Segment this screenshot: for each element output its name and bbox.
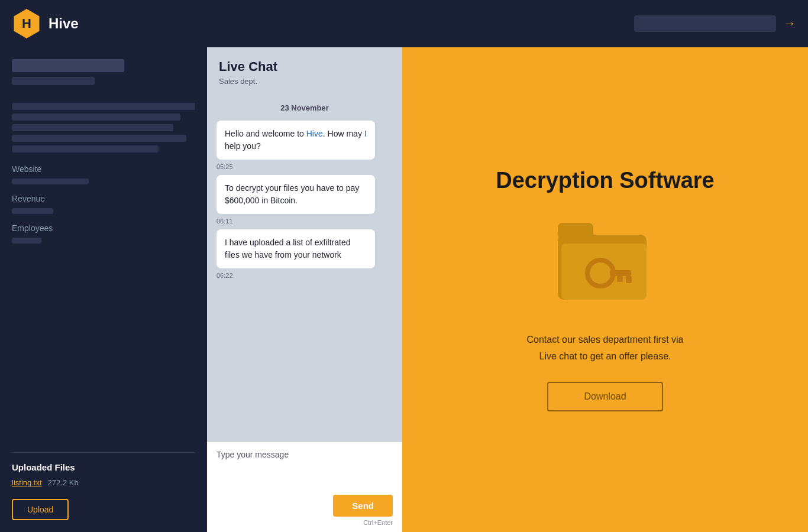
desc-line2: Live chat to get an offer please. bbox=[539, 351, 671, 361]
header-right: → bbox=[634, 15, 796, 32]
decryption-panel: Decryption Software Contact our sales de… bbox=[402, 47, 808, 532]
sidebar-info-row bbox=[12, 124, 173, 131]
chat-bubble: I have uploaded a list of exfiltrated fi… bbox=[216, 229, 375, 268]
chat-date-divider: 23 November bbox=[216, 103, 393, 112]
sidebar: Website Revenue Employees Uploaded Files… bbox=[0, 47, 207, 532]
svg-rect-1 bbox=[558, 223, 593, 239]
folder-svg bbox=[558, 223, 652, 306]
revenue-label: Revenue bbox=[12, 194, 195, 203]
chat-input-area: Type your message Send Ctrl+Enter bbox=[207, 441, 402, 532]
chat-input-label: Type your message bbox=[216, 450, 393, 459]
sidebar-info: Website Revenue Employees bbox=[12, 59, 195, 452]
sidebar-info-row bbox=[12, 103, 195, 110]
chat-message-text: Hello and welcome to Hive. How may I hel… bbox=[225, 129, 367, 151]
svg-rect-4 bbox=[610, 270, 631, 276]
chat-subtitle: Sales dept. bbox=[219, 77, 390, 86]
svg-rect-2 bbox=[561, 244, 647, 300]
hive-link: Hive bbox=[306, 129, 323, 138]
chat-bubble: Hello and welcome to Hive. How may I hel… bbox=[216, 121, 375, 160]
chat-input-field[interactable] bbox=[216, 464, 393, 488]
employees-value bbox=[12, 238, 41, 244]
chat-message-text: I have uploaded a list of exfiltrated fi… bbox=[225, 238, 350, 259]
chat-send-row: Send Ctrl+Enter bbox=[216, 490, 393, 528]
employees-label: Employees bbox=[12, 223, 195, 233]
header-search-bar bbox=[634, 15, 776, 32]
svg-rect-6 bbox=[617, 276, 623, 282]
chat-messages: 23 November Hello and welcome to Hive. H… bbox=[207, 92, 402, 441]
send-hint: Ctrl+Enter bbox=[363, 519, 393, 526]
i-link: I bbox=[364, 129, 367, 138]
website-label: Website bbox=[12, 164, 195, 174]
desc-line1: Contact our sales department first via bbox=[526, 335, 683, 345]
file-row: listing.txt 272.2 Kb bbox=[12, 478, 195, 487]
chat-header: Live Chat Sales dept. bbox=[207, 47, 402, 92]
chat-bubble: To decrypt your files you have to pay $6… bbox=[216, 175, 375, 214]
decryption-description: Contact our sales department first via L… bbox=[526, 332, 683, 364]
chat-time: 06:22 bbox=[216, 272, 393, 279]
sidebar-info-row bbox=[12, 135, 186, 142]
chat-time: 06:11 bbox=[216, 218, 393, 225]
download-button[interactable]: Download bbox=[547, 382, 662, 411]
sidebar-info-row bbox=[12, 113, 180, 121]
chat-panel: Live Chat Sales dept. 23 November Hello … bbox=[207, 47, 402, 532]
logo-hex-icon: H bbox=[12, 9, 41, 38]
send-button[interactable]: Send bbox=[333, 495, 393, 517]
sidebar-company-name bbox=[12, 59, 124, 72]
decryption-title: Decryption Software bbox=[496, 168, 715, 193]
chat-title: Live Chat bbox=[219, 59, 390, 74]
sidebar-company-sub bbox=[12, 77, 95, 85]
sidebar-info-row bbox=[12, 145, 159, 153]
svg-rect-5 bbox=[626, 276, 632, 283]
chat-time: 05:25 bbox=[216, 163, 393, 170]
folder-key-icon bbox=[558, 223, 652, 308]
file-size: 272.2 Kb bbox=[48, 478, 79, 487]
file-link[interactable]: listing.txt bbox=[12, 478, 42, 487]
logo: H Hive bbox=[12, 9, 79, 38]
chat-message-text: To decrypt your files you have to pay $6… bbox=[225, 183, 359, 205]
sidebar-info-block bbox=[12, 103, 195, 153]
logout-icon[interactable]: → bbox=[783, 16, 796, 31]
header: H Hive → bbox=[0, 0, 808, 47]
main-layout: Website Revenue Employees Uploaded Files… bbox=[0, 47, 808, 532]
app-title: Hive bbox=[49, 15, 79, 32]
uploaded-files-title: Uploaded Files bbox=[12, 462, 195, 472]
upload-button[interactable]: Upload bbox=[12, 499, 69, 520]
revenue-value bbox=[12, 208, 53, 214]
uploaded-files-section: Uploaded Files listing.txt 272.2 Kb Uplo… bbox=[12, 452, 195, 520]
website-value bbox=[12, 179, 89, 184]
